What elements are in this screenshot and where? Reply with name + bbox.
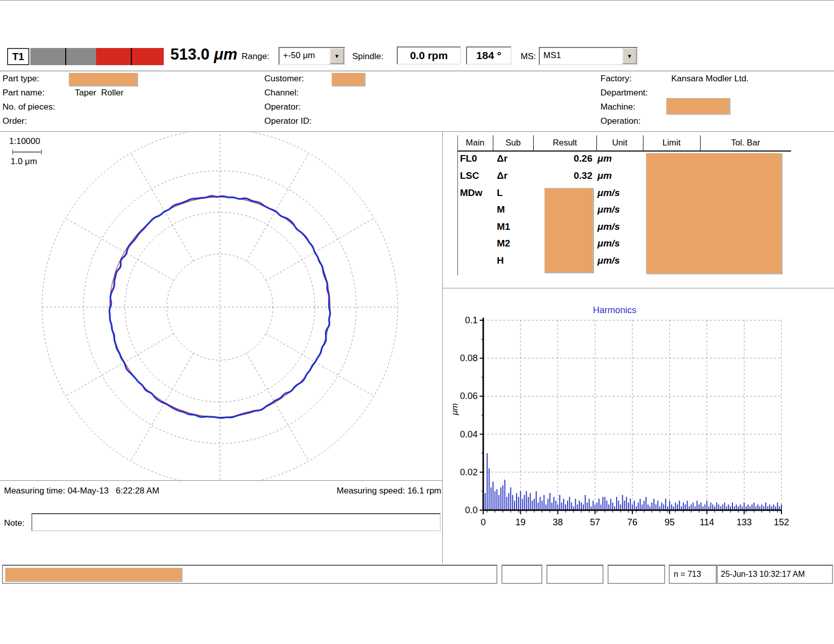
svg-text:0.1: 0.1: [465, 315, 478, 325]
svg-text:0.04: 0.04: [460, 429, 478, 439]
measuring-speed: Measuring speed: 16.1 rpm: [337, 486, 441, 496]
meter-segment-red-1: [96, 48, 131, 65]
table-header-tolbar: Tol. Bar: [700, 135, 791, 148]
operation-label: Operation:: [600, 116, 640, 126]
table-cell-unit-6: μm/s: [597, 255, 642, 266]
range-select[interactable]: +-50 μm ▼: [279, 47, 345, 65]
table-cell-main-0: FL0: [460, 153, 491, 164]
divider-polar-bottom: [0, 480, 442, 481]
table-cell-result-0: 0.26: [536, 153, 592, 164]
measuring-time: Measuring time: 04-May-13 6:22:28 AM: [4, 486, 159, 496]
channel-label: Channel:: [264, 88, 299, 98]
table-cell-sub-6: H: [497, 255, 532, 266]
part-type-label: Part type:: [3, 74, 39, 84]
table-left-border: [457, 135, 458, 275]
no-of-pieces-label: No. of pieces:: [3, 102, 55, 112]
divider-header-bottom: [0, 131, 834, 132]
spindle-label: Spindle:: [352, 52, 383, 62]
meter-segment-gray-2: [66, 48, 96, 65]
status-field-2: [501, 565, 542, 584]
range-select-value: +-50 μm: [280, 48, 330, 64]
table-cell-sub-1: Δr: [497, 170, 532, 181]
divider-panels: [442, 131, 443, 563]
limit-tolbar-redacted: [646, 153, 782, 274]
svg-text:0.02: 0.02: [460, 467, 478, 477]
meter-segment-red-2: [132, 48, 164, 65]
table-cell-main-1: LSC: [460, 170, 491, 181]
divider-toolbar-bottom: [0, 71, 834, 71]
probe-reading-unit: μm: [214, 45, 237, 63]
status-field-main: [2, 565, 497, 584]
point-count-value: n = 713: [674, 570, 701, 579]
svg-text:133: 133: [736, 517, 752, 527]
table-header-sub: Sub: [493, 135, 533, 148]
spindle-rpm-value: 0.0 rpm: [410, 49, 448, 62]
table-cell-result-1: 0.32: [536, 170, 592, 181]
part-type-value-redacted: [69, 73, 137, 86]
table-cell-sub-4: M1: [497, 221, 532, 232]
table-header-limit: Limit: [643, 135, 700, 148]
operator-id-label: Operator ID:: [264, 116, 312, 126]
roundness-polar-plot: [0, 132, 442, 480]
factory-label: Factory:: [600, 74, 631, 84]
machine-value-redacted: [666, 98, 730, 114]
svg-text:0: 0: [481, 517, 486, 527]
probe-reading: 513.0 μm: [170, 45, 237, 64]
svg-text:114: 114: [700, 517, 714, 527]
table-header-main: Main: [457, 135, 493, 148]
table-cell-sub-2: L: [497, 187, 532, 199]
svg-text:57: 57: [590, 517, 600, 527]
harmonics-bar-chart: 0.00.020.040.060.080.1019385776951141331…: [445, 289, 799, 541]
status-point-count: n = 713: [669, 565, 717, 584]
app-window: T1 513.0 μm Range: +-50 μm ▼ Spindle: 0.…: [0, 0, 834, 644]
svg-text:152: 152: [774, 517, 789, 527]
table-cell-main-2: MDw: [460, 187, 491, 199]
svg-text:95: 95: [665, 517, 675, 527]
spindle-rpm-display: 0.0 rpm: [397, 46, 461, 65]
customer-label: Customer:: [264, 74, 304, 84]
status-field-4: [608, 565, 665, 584]
probe-reading-number: 513.0: [170, 45, 214, 63]
table-cell-unit-5: μm/s: [597, 238, 642, 249]
range-label: Range:: [242, 52, 269, 62]
status-datetime: 25-Jun-13 10:32:17 AM: [717, 565, 833, 584]
ms-select[interactable]: MS1 ▼: [539, 47, 638, 65]
factory-value: Kansara Modler Ltd.: [671, 74, 749, 84]
svg-text:0.06: 0.06: [460, 391, 478, 401]
table-cell-unit-1: μm: [597, 170, 642, 181]
probe-indicator: T1: [7, 48, 29, 65]
note-input[interactable]: [31, 513, 441, 531]
level-meter: [30, 48, 164, 65]
part-name-label: Part name:: [3, 88, 44, 98]
divider-right-panel: [442, 288, 834, 288]
table-cell-sub-3: M: [497, 204, 532, 215]
table-cell-sub-0: Δr: [497, 153, 532, 164]
table-header-result: Result: [533, 135, 596, 148]
svg-text:38: 38: [552, 517, 563, 527]
ms-dropdown-arrow-icon[interactable]: ▼: [622, 48, 637, 64]
ms-select-value: MS1: [540, 48, 622, 64]
order-label: Order:: [3, 116, 27, 126]
part-name-value: Taper Roller: [75, 88, 123, 98]
svg-text:0.0: 0.0: [465, 505, 478, 515]
svg-text:76: 76: [627, 517, 637, 527]
status-field-3: [546, 565, 604, 584]
table-cell-unit-3: μm/s: [597, 204, 642, 215]
table-header-unit: Unit: [596, 135, 643, 148]
spindle-angle-value: 184 °: [476, 49, 501, 62]
operator-label: Operator:: [264, 102, 301, 112]
range-dropdown-arrow-icon[interactable]: ▼: [330, 48, 344, 64]
meter-segment-gray-1: [30, 48, 65, 65]
machine-label: Machine:: [600, 102, 635, 112]
probe-label: T1: [12, 51, 24, 63]
table-cell-unit-4: μm/s: [597, 221, 642, 232]
table-cell-unit-2: μm/s: [597, 187, 642, 199]
divider-top: [0, 0, 834, 1]
svg-text:19: 19: [516, 517, 526, 527]
status-value-redacted: [5, 568, 182, 581]
svg-text:0.08: 0.08: [460, 353, 478, 363]
ms-label: MS:: [521, 52, 536, 62]
note-label: Note:: [4, 518, 25, 528]
table-cell-sub-5: M2: [497, 238, 532, 249]
customer-value-redacted: [332, 73, 365, 86]
